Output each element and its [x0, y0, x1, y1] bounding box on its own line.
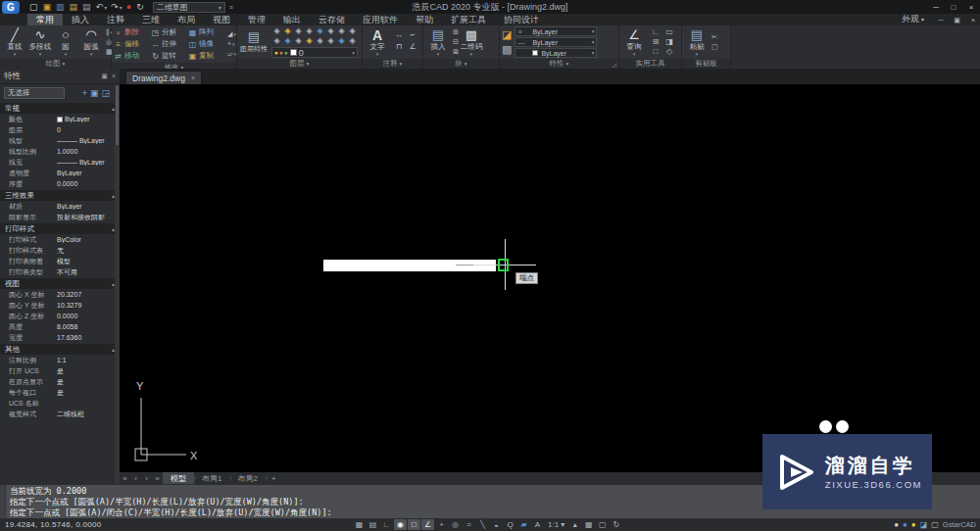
move-tool[interactable]: ⇄移动: [114, 50, 151, 62]
property-row[interactable]: 阴影显示投射和接收阴影: [0, 212, 120, 222]
property-row[interactable]: 每个视口是: [0, 387, 120, 398]
property-row[interactable]: 材质ByLayer: [0, 201, 120, 212]
dialog-launcher-icon[interactable]: ◿: [612, 61, 616, 68]
property-row[interactable]: 打印样式ByColor: [0, 234, 120, 245]
lineweight-display-toggle[interactable]: =: [463, 519, 475, 530]
ribbon-tab[interactable]: 常用: [27, 14, 63, 25]
snap-marker-toggle[interactable]: ◎: [449, 519, 462, 530]
panel-label-annotate[interactable]: 注释▾: [363, 59, 422, 69]
layer-tool-icon[interactable]: ◈: [293, 26, 304, 36]
area-tool[interactable]: ▭: [662, 27, 676, 37]
refresh-icon[interactable]: ↻: [136, 2, 145, 12]
fullscreen-icon[interactable]: ▢: [931, 520, 939, 529]
layout-nav-button[interactable]: «: [120, 474, 130, 483]
property-row[interactable]: 视觉样式二维线框: [0, 409, 120, 419]
linetype-select[interactable]: — ByLayer ▾: [514, 37, 597, 47]
workspace-select[interactable]: 二维草图 ▾: [153, 2, 225, 13]
coordinates-display[interactable]: 19.4284, 10.5746, 0.0000: [5, 520, 101, 529]
layer-tool-icon[interactable]: ◈: [282, 26, 293, 36]
polar-toggle[interactable]: ◉: [394, 519, 407, 530]
layer-properties-button[interactable]: ▤ 图层特性: [239, 30, 269, 54]
distance-tool[interactable]: ∟: [649, 27, 662, 37]
property-row[interactable]: 高度8.0058: [0, 321, 120, 332]
ortho-toggle[interactable]: ∟: [380, 519, 393, 530]
dynamic-ucs-toggle[interactable]: +: [435, 519, 448, 530]
print-icon[interactable]: ▤: [82, 2, 92, 12]
layer-tool-icon[interactable]: ◈: [304, 26, 315, 36]
property-row[interactable]: 打印表附着模型: [0, 256, 120, 266]
layer-tool-icon[interactable]: ◈: [293, 36, 304, 46]
property-row[interactable]: 打开 UCS是: [0, 365, 120, 376]
layout-tab-layout2[interactable]: 布局2: [229, 472, 265, 484]
lock-ui-icon[interactable]: ●: [903, 520, 907, 529]
arc-tool[interactable]: ◠ 圆弧 ▾: [78, 28, 104, 56]
grid-toggle[interactable]: ▤: [367, 519, 379, 530]
property-row[interactable]: 颜色ByLayer: [0, 114, 120, 124]
mirror-tool[interactable]: ◫镜像: [188, 38, 225, 50]
snap-toggle[interactable]: ▦: [353, 519, 366, 530]
list-tool[interactable]: □: [649, 47, 662, 57]
file-tab-close-icon[interactable]: ×: [191, 74, 195, 81]
appearance-menu[interactable]: 外观 ▾: [903, 14, 924, 25]
layer-tool-icon[interactable]: ◈: [336, 26, 347, 36]
doc-restore-button[interactable]: ▣: [950, 17, 963, 24]
ribbon-tab[interactable]: 布局: [169, 14, 204, 25]
ribbon-tab[interactable]: 应用软件: [354, 14, 407, 25]
property-row[interactable]: 圆心 Y 坐标10.3279: [0, 300, 120, 311]
text-tool[interactable]: A 文字 ▾: [365, 28, 390, 56]
copy-clip-icon[interactable]: ▢: [711, 42, 718, 52]
ribbon-tab[interactable]: 管理: [239, 14, 274, 25]
doc-close-button[interactable]: ×: [966, 17, 980, 24]
isolate-objects-toggle[interactable]: ▦: [582, 519, 595, 530]
ribbon-tab[interactable]: 扩展工具: [442, 14, 495, 25]
sync-toggle[interactable]: ↻: [610, 519, 622, 530]
layer-tool-icon[interactable]: ◈: [282, 36, 293, 46]
erase-tool[interactable]: ×删除: [114, 26, 151, 38]
file-tab[interactable]: Drawing2.dwg ×: [125, 71, 202, 84]
copy-tool[interactable]: ▣复制: [188, 50, 225, 62]
ribbon-tab[interactable]: 输出: [274, 14, 310, 25]
measure-button[interactable]: ∠ 查询 ▾: [621, 28, 647, 56]
layer-tool-icon[interactable]: ◈: [315, 36, 325, 46]
ribbon-tab[interactable]: 帮助: [407, 14, 442, 25]
palette-dock-icon[interactable]: ▣: [101, 72, 108, 80]
open-file-icon[interactable]: ▣: [43, 2, 53, 12]
close-button[interactable]: ×: [962, 3, 980, 12]
ribbon-tab[interactable]: 协同设计: [495, 14, 548, 25]
property-row[interactable]: 厚度0.0000: [0, 178, 120, 189]
stretch-tool[interactable]: ↔拉伸: [151, 38, 188, 50]
rotate-tool[interactable]: ↻旋转: [151, 50, 188, 62]
layout-nav-button[interactable]: »: [152, 474, 163, 483]
dynamic-input-toggle[interactable]: ╲: [476, 519, 489, 530]
cloud-icon[interactable]: ◪: [920, 520, 928, 529]
clean-screen-toggle[interactable]: ▢: [596, 519, 609, 530]
settings-icon[interactable]: ●: [894, 520, 899, 529]
bulb-icon[interactable]: ●: [911, 520, 916, 529]
layout-nav-button[interactable]: ›: [141, 474, 152, 483]
property-row[interactable]: 线型比例1.0000: [0, 146, 120, 157]
polyline-segment[interactable]: [323, 260, 496, 271]
minimize-button[interactable]: ─: [927, 3, 945, 12]
property-row[interactable]: UCS 名称: [0, 398, 120, 409]
property-row[interactable]: 打印表类型不可用: [0, 266, 120, 277]
color-select[interactable]: ByLayer ▾: [514, 48, 597, 58]
redo-icon[interactable]: ↷▾: [111, 2, 122, 12]
fillet-tool[interactable]: ◢▾: [227, 29, 236, 39]
annotation-scale-select[interactable]: 1:1 ▾: [545, 519, 567, 530]
property-row[interactable]: 透明度ByLayer: [0, 168, 120, 178]
qrcode-button[interactable]: ▩ 二维码 ▾: [459, 28, 484, 56]
layer-tool-icon[interactable]: ◈: [336, 36, 347, 46]
layer-select[interactable]: ●●● 0 ▾: [271, 47, 358, 58]
property-settings-icon[interactable]: ▩: [502, 43, 512, 56]
array-tool[interactable]: ▦阵列: [188, 26, 225, 38]
panel-label-clipboard[interactable]: 剪贴板: [682, 59, 730, 69]
section-header-plotstyle[interactable]: 打印样式▴: [0, 223, 120, 234]
property-row[interactable]: 圆心 X 坐标20.3207: [0, 289, 120, 300]
polyline-tool[interactable]: ∿ 多段线 ▾: [27, 28, 53, 56]
maximize-button[interactable]: □: [945, 3, 962, 12]
osnap-toggle[interactable]: □: [408, 519, 420, 530]
panel-label-layers[interactable]: 图层▾: [237, 59, 362, 69]
explode-tool[interactable]: ◳分解: [151, 26, 188, 38]
panel-label-utilities[interactable]: 实用工具: [619, 59, 681, 69]
property-row[interactable]: 线型——— ByLayer: [0, 135, 120, 146]
